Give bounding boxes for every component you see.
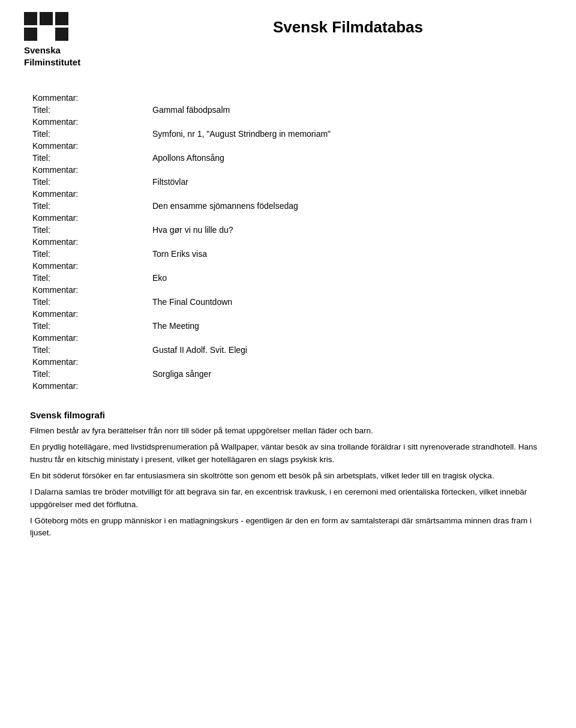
titel-value: Apollons Aftonsång <box>150 152 546 164</box>
kommentar-value <box>150 356 546 368</box>
table-row: Kommentar: <box>30 332 546 344</box>
table-row: Titel:Den ensamme sjömannens födelsedag <box>30 200 546 212</box>
table-row: Titel:Torn Eriks visa <box>30 248 546 260</box>
table-row: Kommentar: <box>30 308 546 320</box>
kommentar-value <box>150 332 546 344</box>
table-row: Kommentar: <box>30 188 546 200</box>
table-row: Kommentar: <box>30 92 546 104</box>
kommentar-label: Kommentar: <box>30 164 150 176</box>
table-row: Titel:The Final Countdown <box>30 296 546 308</box>
titel-value: Sorgliga sånger <box>150 368 546 380</box>
table-row: Titel:Sorgliga sånger <box>30 368 546 380</box>
kommentar-label: Kommentar: <box>30 212 150 224</box>
logo-square <box>40 12 53 25</box>
titel-value: The Meeting <box>150 320 546 332</box>
filmography-text: Filmen består av fyra berättelser från n… <box>30 425 546 540</box>
filmography-paragraph: I Dalarna samlas tre bröder motvilligt f… <box>30 486 546 511</box>
titel-label: Titel: <box>30 248 150 260</box>
titel-label: Titel: <box>30 344 150 356</box>
kommentar-value <box>150 188 546 200</box>
table-row: Kommentar: <box>30 284 546 296</box>
titel-value: Gustaf II Adolf. Svit. Elegi <box>150 344 546 356</box>
page-header: Svenska Filminstitutet Svensk Filmdataba… <box>24 12 552 74</box>
table-row: Titel:Hva gør vi nu lille du? <box>30 224 546 236</box>
titel-value: Gammal fäbodpsalm <box>150 104 546 116</box>
logo-text: Svenska Filminstitutet <box>24 44 80 68</box>
titel-value: Hva gør vi nu lille du? <box>150 224 546 236</box>
titel-label: Titel: <box>30 152 150 164</box>
logo-area: Svenska Filminstitutet <box>24 12 144 68</box>
titel-value: Den ensamme sjömannens födelsedag <box>150 200 546 212</box>
kommentar-value <box>150 284 546 296</box>
filmography-section: Svensk filmografi Filmen består av fyra … <box>30 410 546 540</box>
logo-squares <box>24 12 68 41</box>
kommentar-value <box>150 116 546 128</box>
filmography-paragraph: En prydlig hotellägare, med livstidspren… <box>30 441 546 466</box>
table-row: Titel:Symfoni, nr 1, "August Strindberg … <box>30 128 546 140</box>
logo-square <box>55 12 68 25</box>
filmography-paragraph: Filmen består av fyra berättelser från n… <box>30 425 546 438</box>
kommentar-label: Kommentar: <box>30 308 150 320</box>
table-row: Kommentar: <box>30 380 546 392</box>
titel-label: Titel: <box>30 296 150 308</box>
kommentar-label: Kommentar: <box>30 236 150 248</box>
titel-label: Titel: <box>30 176 150 188</box>
logo-square-empty <box>40 28 53 41</box>
entries-table: Kommentar:Titel:Gammal fäbodpsalmKomment… <box>30 92 546 392</box>
table-row: Kommentar: <box>30 260 546 272</box>
table-row: Kommentar: <box>30 212 546 224</box>
table-row: Kommentar: <box>30 140 546 152</box>
titel-label: Titel: <box>30 128 150 140</box>
kommentar-label: Kommentar: <box>30 188 150 200</box>
table-row: Titel:Apollons Aftonsång <box>30 152 546 164</box>
kommentar-value <box>150 212 546 224</box>
table-row: Kommentar: <box>30 164 546 176</box>
kommentar-label: Kommentar: <box>30 284 150 296</box>
kommentar-value <box>150 308 546 320</box>
titel-label: Titel: <box>30 320 150 332</box>
kommentar-value <box>150 236 546 248</box>
logo-square <box>24 12 37 25</box>
logo-square <box>55 28 68 41</box>
table-row: Kommentar: <box>30 236 546 248</box>
table-row: Titel:Filtstövlar <box>30 176 546 188</box>
titel-label: Titel: <box>30 200 150 212</box>
filmography-paragraph: En bit söderut försöker en far entusiasm… <box>30 470 546 483</box>
kommentar-label: Kommentar: <box>30 332 150 344</box>
titel-label: Titel: <box>30 368 150 380</box>
titel-label: Titel: <box>30 104 150 116</box>
titel-value: The Final Countdown <box>150 296 546 308</box>
filmography-title: Svensk filmografi <box>30 410 546 420</box>
kommentar-label: Kommentar: <box>30 356 150 368</box>
titel-value: Eko <box>150 272 546 284</box>
titel-value: Filtstövlar <box>150 176 546 188</box>
kommentar-label: Kommentar: <box>30 92 150 104</box>
logo-square <box>24 28 37 41</box>
main-content: Kommentar:Titel:Gammal fäbodpsalmKomment… <box>24 92 552 540</box>
kommentar-value <box>150 140 546 152</box>
table-row: Titel:Gustaf II Adolf. Svit. Elegi <box>30 344 546 356</box>
titel-value: Torn Eriks visa <box>150 248 546 260</box>
table-row: Titel:The Meeting <box>30 320 546 332</box>
titel-value: Symfoni, nr 1, "August Strindberg in mem… <box>150 128 546 140</box>
filmography-paragraph: I Göteborg möts en grupp människor i en … <box>30 515 546 540</box>
kommentar-label: Kommentar: <box>30 380 150 392</box>
table-row: Titel:Gammal fäbodpsalm <box>30 104 546 116</box>
kommentar-value <box>150 260 546 272</box>
kommentar-value <box>150 92 546 104</box>
table-row: Titel:Eko <box>30 272 546 284</box>
table-row: Kommentar: <box>30 356 546 368</box>
titel-label: Titel: <box>30 224 150 236</box>
site-title: Svensk Filmdatabas <box>144 12 552 37</box>
titel-label: Titel: <box>30 272 150 284</box>
kommentar-value <box>150 380 546 392</box>
kommentar-label: Kommentar: <box>30 116 150 128</box>
kommentar-value <box>150 164 546 176</box>
kommentar-label: Kommentar: <box>30 260 150 272</box>
kommentar-label: Kommentar: <box>30 140 150 152</box>
table-row: Kommentar: <box>30 116 546 128</box>
